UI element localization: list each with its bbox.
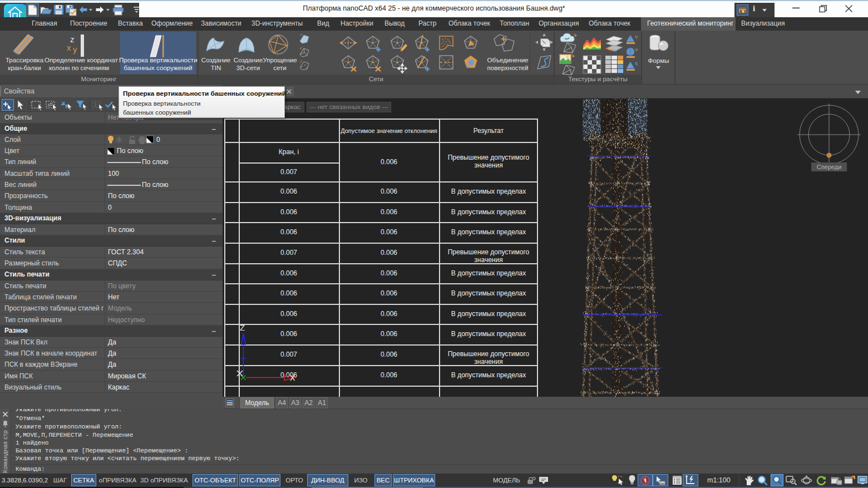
- svg-text:V: V: [635, 34, 638, 40]
- svg-text:S: S: [635, 61, 638, 66]
- svg-text:X: X: [290, 373, 295, 382]
- svg-text:Спереди: Спереди: [817, 164, 842, 170]
- svg-text:Z: Z: [240, 323, 245, 332]
- svg-text:V: V: [635, 47, 638, 52]
- svg-text:y: y: [73, 45, 77, 54]
- svg-text:x: x: [67, 43, 71, 52]
- svg-text:1: 1: [94, 102, 97, 107]
